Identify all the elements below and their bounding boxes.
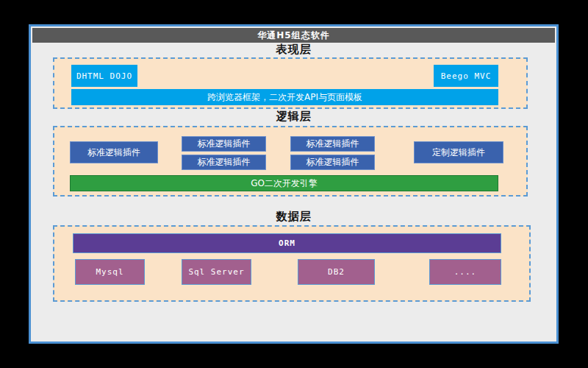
window-title: 华通H5组态软件 [257,29,329,42]
node-standard-plugin-4: 标准逻辑插件 [290,155,375,170]
window-titlebar: 华通H5组态软件 [32,28,555,43]
node-standard-plugin-left: 标准逻辑插件 [70,141,158,163]
node-db-mysql: Mysql [75,259,145,285]
node-standard-plugin-2: 标准逻辑插件 [182,155,266,170]
logic-layer-container: 标准逻辑插件 标准逻辑插件 标准逻辑插件 标准逻辑插件 标准逻辑插件 定制逻辑插… [53,126,528,197]
data-layer-container: ORM Mysql Sql Server DB2 .... [53,225,531,302]
node-go-engine-bar: GO二次开发引擎 [70,175,498,191]
node-standard-plugin-3: 标准逻辑插件 [290,136,375,152]
logic-layer-label: 逻辑层 [31,110,556,124]
node-beego-mvc: Beego MVC [434,65,498,87]
node-db-db2: DB2 [298,259,375,285]
node-db-others: .... [429,259,501,285]
data-layer-label: 数据层 [31,210,556,224]
node-orm-bar: ORM [73,233,501,253]
node-standard-plugin-1: 标准逻辑插件 [182,136,266,152]
app-window: 华通H5组态软件 表现层 DHTML DOJO Beego MVC 跨浏览器框架… [29,24,559,344]
presentation-layer-label: 表现层 [31,43,556,57]
presentation-layer-container: DHTML DOJO Beego MVC 跨浏览器框架，二次开发API与页面模板 [53,57,528,109]
node-dhtml-dojo: DHTML DOJO [71,65,137,87]
node-db-sqlserver: Sql Server [182,259,251,285]
node-cross-browser-framework-bar: 跨浏览器框架，二次开发API与页面模板 [71,89,498,105]
node-custom-plugin: 定制逻辑插件 [414,141,503,163]
